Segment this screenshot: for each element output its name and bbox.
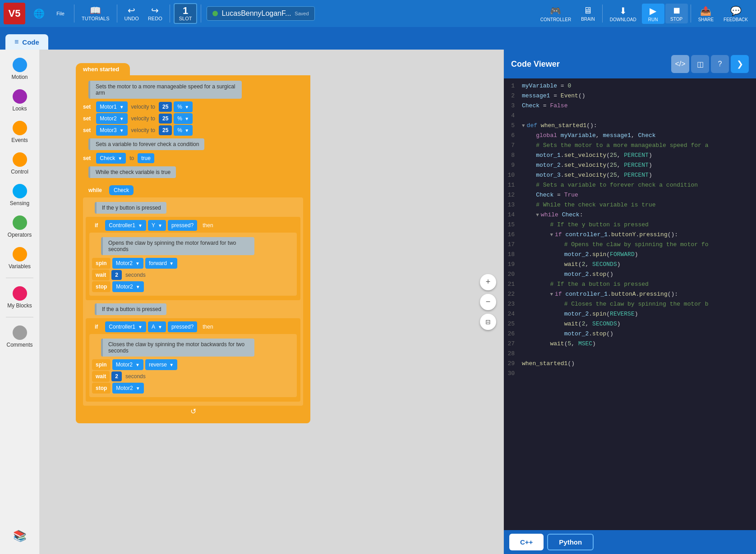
blocks-view-toggle-button[interactable]: ◫ — [691, 55, 709, 73]
val25-block-1[interactable]: 25 — [159, 102, 172, 112]
zoom-in-button[interactable]: + — [480, 274, 496, 290]
true-value-block[interactable]: true — [138, 153, 154, 163]
help-view-button[interactable]: ? — [711, 55, 729, 73]
check-condition-block[interactable]: Check — [109, 185, 134, 195]
set-block-3[interactable]: set — [79, 125, 94, 136]
spin-block-1[interactable]: spin — [92, 258, 111, 269]
pressed-block-2[interactable]: pressed? — [168, 321, 197, 332]
controller1-block-2[interactable]: Controller1 ▼ — [105, 321, 146, 332]
sidebar-item-variables[interactable]: Variables — [2, 244, 38, 272]
controller-button[interactable]: 🎮 CONTROLLER — [536, 4, 576, 24]
code-viewer-panel: Code Viewer </> ◫ ? ❯ 1 myVariable = 0 2… — [503, 50, 756, 554]
sidebar-item-looks[interactable]: Looks — [2, 87, 38, 114]
sidebar-item-myblocks[interactable]: My Blocks — [2, 284, 38, 311]
comment-block-6[interactable]: If the a button is pressed — [95, 303, 166, 315]
stop-button[interactable]: ⏹ STOP — [665, 4, 688, 23]
val25-block-2[interactable]: 25 — [159, 114, 172, 124]
y-btn-block[interactable]: Y ▼ — [148, 220, 166, 231]
motor2-spin-block-2[interactable]: Motor2 ▼ — [112, 359, 143, 370]
expand-panel-button[interactable]: ❯ — [731, 55, 749, 73]
code-content[interactable]: 1 myVariable = 0 2 message1 = Event() 3 … — [504, 78, 756, 530]
a-btn-block[interactable]: A ▼ — [148, 321, 166, 332]
wait-num-1[interactable]: 2 — [111, 270, 122, 280]
code-line-17: 17 # Opens the claw by spinning the moto… — [504, 241, 756, 251]
cpp-button[interactable]: C++ — [509, 534, 544, 550]
stop-block-1[interactable]: stop — [92, 281, 111, 292]
run-button[interactable]: ▶ RUN — [642, 4, 664, 24]
code-line-16: 16 ▼if controller_1.buttonY.pressing(): — [504, 231, 756, 241]
sidebar-item-control[interactable]: Control — [2, 150, 38, 178]
slot-selector[interactable]: 1 SLOT — [174, 3, 198, 24]
operators-icon — [13, 215, 27, 230]
tab-bar: ≡ Code — [0, 27, 756, 50]
sidebar-item-sensing[interactable]: Sensing — [2, 181, 38, 209]
code-tab[interactable]: ≡ Code — [5, 34, 48, 50]
zoom-fit-button[interactable]: ⊟ — [480, 314, 496, 330]
share-button[interactable]: 📤 SHARE — [694, 4, 718, 24]
wait-block-1[interactable]: wait — [92, 270, 110, 280]
undo-button[interactable]: ↩ UNDO — [121, 4, 143, 23]
motor2-spin-block[interactable]: Motor2 ▼ — [112, 258, 143, 269]
comment-block-1[interactable]: Sets the motor to a more manageable spee… — [88, 81, 242, 99]
comment-block-5[interactable]: Opens the claw by spinning the motor for… — [101, 237, 254, 255]
spin-block-2[interactable]: spin — [92, 359, 111, 370]
code-view-toggle-button[interactable]: </> — [671, 55, 689, 73]
python-button[interactable]: Python — [547, 534, 594, 550]
feedback-button[interactable]: 💬 FEEDBACK — [719, 4, 752, 24]
left-sidebar: Motion Looks Events Control Sensing Oper… — [0, 50, 40, 554]
code-line-13: 13 # While the check variable is true — [504, 201, 756, 211]
pct-block-2[interactable]: % ▼ — [174, 113, 193, 124]
block-canvas[interactable]: when started Sets the motor to a more ma… — [40, 50, 503, 554]
motor3-block[interactable]: Motor3 ▼ — [96, 125, 127, 136]
motor2-stop-block-1[interactable]: Motor2 ▼ — [112, 281, 143, 292]
set-block-2[interactable]: set — [79, 113, 94, 124]
sidebar-help-button[interactable]: 📚 — [2, 527, 38, 545]
comment-block-4[interactable]: If the y button is pressed — [95, 202, 166, 214]
then-block-1[interactable]: then — [199, 220, 217, 231]
comment-block-3[interactable]: While the check variable is true — [88, 166, 176, 178]
motor2-dropdown-arrow: ▼ — [120, 116, 124, 121]
pct-block-3[interactable]: % ▼ — [174, 125, 193, 136]
wait-block-2[interactable]: wait — [92, 371, 110, 382]
redo-button[interactable]: ↪ REDO — [144, 4, 166, 23]
while-block[interactable]: while — [83, 185, 107, 196]
set-block-1[interactable]: set — [79, 101, 94, 112]
forward-block[interactable]: forward ▼ — [145, 258, 177, 269]
code-line-23: 23 # Closes the claw by spinning the mot… — [504, 300, 756, 310]
comment-block-7[interactable]: Closes the claw by spinning the motor ba… — [101, 339, 254, 357]
globe-button[interactable]: 🌐 — [29, 7, 49, 20]
pct-block-1[interactable]: % ▼ — [174, 101, 193, 112]
vs5-logo[interactable]: V5 — [4, 3, 25, 24]
motor2-stop-block-2[interactable]: Motor2 ▼ — [112, 383, 143, 394]
controller1-block-1[interactable]: Controller1 ▼ — [105, 220, 146, 231]
sidebar-item-operators[interactable]: Operators — [2, 213, 38, 241]
set-block-4[interactable]: set — [79, 153, 94, 164]
while-bottom-icon: ↺ — [190, 407, 196, 416]
if-block-2[interactable]: if — [89, 321, 103, 332]
motor2-block[interactable]: Motor2 ▼ — [96, 113, 127, 124]
download-button[interactable]: ⬇ DOWNLOAD — [605, 4, 641, 24]
sidebar-item-comments[interactable]: Comments — [2, 323, 38, 351]
comment-block-2[interactable]: Sets a variable to forever check a condi… — [88, 138, 204, 150]
stop-block-2[interactable]: stop — [92, 383, 111, 394]
project-name-button[interactable]: LucasBennyLoganF... Saved — [207, 6, 314, 21]
code-line-28: 28 — [504, 350, 756, 360]
sidebar-item-motion[interactable]: Motion — [2, 55, 38, 83]
myblocks-icon — [13, 286, 27, 301]
then-block-2[interactable]: then — [199, 321, 217, 332]
val25-block-3[interactable]: 25 — [159, 125, 172, 135]
zoom-out-button[interactable]: − — [480, 294, 496, 310]
if-block-1[interactable]: if — [89, 220, 103, 231]
motor1-block[interactable]: Motor1 ▼ — [96, 101, 127, 112]
pressed-block-1[interactable]: pressed? — [168, 220, 197, 231]
tutorials-button[interactable]: 📖 TUTORIALS — [78, 4, 113, 23]
code-viewer-header-buttons: </> ◫ ? ❯ — [671, 55, 749, 73]
brain-button[interactable]: 🖥 BRAIN — [576, 4, 599, 23]
check-var-dropdown[interactable]: Check ▼ — [96, 153, 126, 164]
wait-num-2[interactable]: 2 — [111, 371, 122, 381]
reverse-block[interactable]: reverse ▼ — [145, 359, 177, 370]
sidebar-item-events[interactable]: Events — [2, 118, 38, 146]
when-started-block[interactable]: when started — [76, 63, 130, 75]
toolbar-right: 🎮 CONTROLLER 🖥 BRAIN ⬇ DOWNLOAD ▶ RUN ⏹ … — [536, 4, 752, 24]
file-button[interactable]: File — [51, 9, 70, 18]
